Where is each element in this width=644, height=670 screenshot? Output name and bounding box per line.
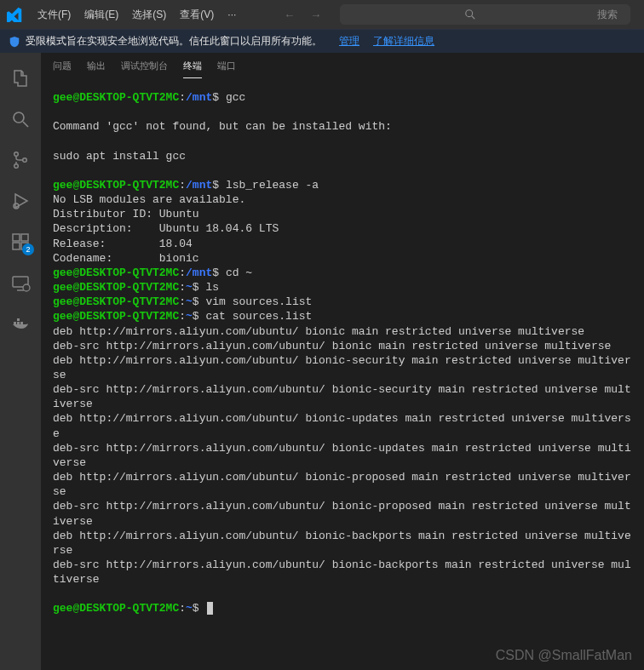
terminal-line: deb http://mirrors.aliyun.com/ubuntu/ bi…	[53, 324, 632, 339]
terminal-line: gee@DESKTOP-QTVT2MC:/mnt$ gcc	[53, 90, 632, 105]
menu-item[interactable]: 编辑(E)	[78, 5, 125, 24]
svg-line-3	[23, 122, 28, 127]
terminal-line: deb-src http://mirrors.aliyun.com/ubuntu…	[53, 382, 632, 411]
titlebar: 文件(F)编辑(E)选择(S)查看(V)··· ← → 搜索	[0, 0, 644, 29]
svg-point-5	[14, 164, 19, 169]
explorer-icon[interactable]	[0, 60, 41, 97]
svg-rect-18	[17, 318, 20, 321]
terminal-line: Release: 18.04	[53, 237, 632, 251]
svg-point-0	[465, 10, 472, 17]
badge: 2	[22, 243, 34, 255]
terminal-line: Distributor ID: Ubuntu	[53, 207, 632, 221]
menubar: 文件(F)编辑(E)选择(S)查看(V)···	[31, 8, 243, 22]
menu-item[interactable]: 查看(V)	[173, 5, 221, 24]
restricted-mode-bar: 受限模式旨在实现安全地浏览代码。信任此窗口以启用所有功能。 管理了解详细信息	[0, 29, 644, 53]
run-debug-icon[interactable]	[0, 182, 41, 220]
terminal-line: deb http://mirrors.aliyun.com/ubuntu/ bi…	[53, 353, 632, 382]
svg-point-14	[23, 284, 30, 291]
terminal-line: Command 'gcc' not found, but can be inst…	[53, 119, 632, 134]
terminal-line: deb-src http://mirrors.aliyun.com/ubuntu…	[53, 499, 632, 528]
restricted-link[interactable]: 了解详细信息	[373, 34, 434, 49]
search-icon	[464, 9, 476, 20]
terminal-line: Description: Ubuntu 18.04.6 LTS	[53, 221, 632, 236]
watermark: CSDN @SmallFatMan	[496, 648, 632, 663]
svg-rect-16	[17, 322, 20, 324]
terminal-line: deb-src http://mirrors.aliyun.com/ubuntu…	[53, 441, 632, 470]
source-control-icon[interactable]	[0, 141, 41, 179]
terminal-line: sudo apt install gcc	[53, 149, 632, 163]
cursor	[207, 602, 213, 615]
panel-tab[interactable]: 调试控制台	[121, 60, 168, 78]
panel-tab[interactable]: 问题	[53, 60, 72, 78]
panel: 问题输出调试控制台终端端口 gee@DESKTOP-QTVT2MC:/mnt$ …	[41, 53, 644, 670]
terminal-line	[53, 105, 632, 119]
svg-rect-8	[13, 234, 20, 241]
terminal-line: gee@DESKTOP-QTVT2MC:/mnt$ lsb_release -a	[53, 178, 632, 192]
panel-tab[interactable]: 输出	[87, 60, 106, 78]
terminal-line: gee@DESKTOP-QTVT2MC:~$	[53, 601, 632, 616]
search-box[interactable]: 搜索	[340, 4, 630, 25]
terminal-line: gee@DESKTOP-QTVT2MC:~$ cat sources.list	[53, 309, 632, 324]
svg-rect-9	[13, 243, 20, 249]
vscode-logo-icon	[7, 7, 22, 22]
terminal-line	[53, 134, 632, 148]
panel-tab[interactable]: 端口	[217, 60, 236, 78]
menu-item[interactable]: 文件(F)	[31, 5, 78, 24]
restricted-links: 管理了解详细信息	[339, 34, 434, 49]
nav-arrows: ← →	[280, 7, 325, 23]
terminal-line: gee@DESKTOP-QTVT2MC:~$ ls	[53, 280, 632, 295]
terminal-line: deb http://mirrors.aliyun.com/ubuntu/ bi…	[53, 529, 632, 558]
svg-point-2	[14, 112, 24, 123]
nav-back-icon[interactable]: ←	[280, 7, 298, 23]
restricted-link[interactable]: 管理	[339, 34, 359, 49]
terminal-line: deb http://mirrors.aliyun.com/ubuntu/ bi…	[53, 411, 632, 440]
svg-point-6	[23, 158, 27, 163]
terminal-line: Codename: bionic	[53, 251, 632, 266]
extensions-icon[interactable]: 2	[0, 223, 41, 261]
shield-icon	[9, 36, 20, 48]
remote-explorer-icon[interactable]	[0, 264, 41, 301]
terminal-line: gee@DESKTOP-QTVT2MC:~$ vim sources.list	[53, 295, 632, 309]
terminal-line: deb-src http://mirrors.aliyun.com/ubuntu…	[53, 558, 632, 587]
activity-bar: 2	[0, 53, 41, 670]
panel-tabs: 问题输出调试控制台终端端口	[41, 53, 644, 78]
svg-rect-11	[21, 234, 28, 241]
search-icon[interactable]	[0, 100, 41, 138]
terminal-line: deb http://mirrors.aliyun.com/ubuntu/ bi…	[53, 470, 632, 499]
panel-tab[interactable]: 终端	[183, 60, 202, 78]
terminal[interactable]: gee@DESKTOP-QTVT2MC:/mnt$ gcc Command 'g…	[41, 78, 644, 670]
terminal-line: No LSB modules are available.	[53, 192, 632, 207]
terminal-line	[53, 163, 632, 178]
svg-point-4	[14, 152, 19, 157]
menu-item[interactable]: ···	[221, 5, 243, 24]
svg-line-1	[471, 16, 474, 20]
svg-rect-17	[20, 322, 23, 324]
search-placeholder: 搜索	[597, 8, 618, 22]
menu-item[interactable]: 选择(S)	[125, 5, 173, 24]
restricted-text: 受限模式旨在实现安全地浏览代码。信任此窗口以启用所有功能。	[26, 34, 322, 49]
terminal-line: deb-src http://mirrors.aliyun.com/ubuntu…	[53, 339, 632, 353]
terminal-line	[53, 587, 632, 601]
svg-rect-15	[14, 322, 16, 324]
docker-icon[interactable]	[0, 305, 41, 342]
terminal-line: gee@DESKTOP-QTVT2MC:/mnt$ cd ~	[53, 266, 632, 280]
nav-forward-icon[interactable]: →	[307, 7, 325, 23]
